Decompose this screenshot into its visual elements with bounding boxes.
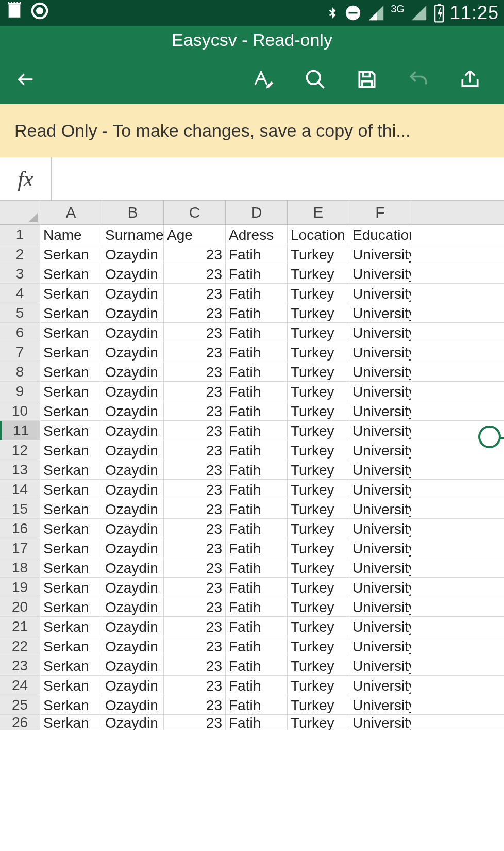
cell[interactable]: 23 [164, 538, 226, 558]
row-header[interactable]: 14 [0, 480, 40, 499]
cell[interactable]: Ozaydin [102, 460, 164, 479]
cell[interactable]: Fatih [226, 401, 288, 420]
edit-style-button[interactable] [253, 68, 275, 91]
cell[interactable]: Fatih [226, 715, 288, 730]
table-row[interactable]: 16SerkanOzaydin23FatihTurkeyUniversity [0, 519, 504, 538]
cell[interactable]: University [349, 636, 411, 656]
cell[interactable]: Serkan [40, 636, 102, 656]
cell[interactable]: Ozaydin [102, 323, 164, 342]
cell[interactable]: University [349, 440, 411, 460]
table-row[interactable]: 15SerkanOzaydin23FatihTurkeyUniversity [0, 499, 504, 519]
table-row[interactable]: 11SerkanOzaydin23FatihTurkeyUniversity [0, 421, 504, 440]
cell[interactable]: 23 [164, 264, 226, 283]
cell[interactable]: 23 [164, 519, 226, 538]
row-header[interactable]: 10 [0, 401, 40, 420]
row-header[interactable]: 21 [0, 617, 40, 636]
cell[interactable]: University [349, 578, 411, 597]
cell[interactable]: Turkey [288, 244, 349, 264]
cell[interactable]: Ozaydin [102, 362, 164, 381]
cell[interactable]: Ozaydin [102, 264, 164, 283]
cell[interactable]: Serkan [40, 656, 102, 675]
cell[interactable]: Turkey [288, 538, 349, 558]
cell[interactable]: Fatih [226, 578, 288, 597]
cell[interactable]: Fatih [226, 499, 288, 518]
table-row[interactable]: 18SerkanOzaydin23FatihTurkeyUniversity [0, 558, 504, 578]
cell[interactable]: Name [40, 225, 102, 244]
cell[interactable]: Fatih [226, 264, 288, 283]
cell[interactable] [411, 303, 504, 322]
cell[interactable]: Ozaydin [102, 421, 164, 440]
cell[interactable]: University [349, 323, 411, 342]
cell[interactable]: University [349, 499, 411, 518]
cell[interactable] [411, 519, 504, 538]
cell[interactable]: Ozaydin [102, 695, 164, 714]
cell[interactable]: Ozaydin [102, 617, 164, 636]
search-button[interactable] [304, 68, 327, 91]
table-row[interactable]: 12SerkanOzaydin23FatihTurkeyUniversity [0, 440, 504, 460]
cell[interactable] [411, 323, 504, 342]
cell[interactable]: University [349, 421, 411, 440]
cell[interactable]: 23 [164, 578, 226, 597]
row-header[interactable]: 23 [0, 656, 40, 675]
row-header[interactable]: 5 [0, 303, 40, 322]
column-header-A[interactable]: A [40, 201, 102, 224]
cell[interactable]: Serkan [40, 362, 102, 381]
cell[interactable]: Turkey [288, 440, 349, 460]
cell[interactable]: Serkan [40, 244, 102, 264]
cell[interactable]: Ozaydin [102, 342, 164, 362]
cell[interactable] [411, 362, 504, 381]
cell[interactable]: Turkey [288, 264, 349, 283]
cell[interactable]: Fatih [226, 342, 288, 362]
cell[interactable] [411, 597, 504, 616]
table-row[interactable]: 1NameSurnameAgeAdressLocationEducation [0, 225, 504, 244]
cell[interactable]: Serkan [40, 342, 102, 362]
cell[interactable]: 23 [164, 323, 226, 342]
column-header-B[interactable]: B [102, 201, 164, 224]
table-row[interactable]: 13SerkanOzaydin23FatihTurkeyUniversity [0, 460, 504, 480]
cell[interactable] [411, 578, 504, 597]
cell[interactable]: Turkey [288, 284, 349, 303]
cell[interactable]: University [349, 362, 411, 381]
cell[interactable]: Turkey [288, 460, 349, 479]
cell[interactable] [411, 401, 504, 420]
cell[interactable] [411, 460, 504, 479]
cell[interactable]: Serkan [40, 401, 102, 420]
share-button[interactable] [459, 68, 481, 91]
cell[interactable]: Turkey [288, 578, 349, 597]
table-row[interactable]: 7SerkanOzaydin23FatihTurkeyUniversity [0, 342, 504, 362]
cell[interactable]: Serkan [40, 460, 102, 479]
cell[interactable]: Fatih [226, 538, 288, 558]
cell[interactable]: 23 [164, 460, 226, 479]
cell[interactable]: Turkey [288, 323, 349, 342]
cell[interactable]: Turkey [288, 636, 349, 656]
row-header[interactable]: 15 [0, 499, 40, 518]
cell[interactable]: 23 [164, 636, 226, 656]
cell[interactable]: Serkan [40, 264, 102, 283]
cell[interactable]: University [349, 264, 411, 283]
cell[interactable]: 23 [164, 558, 226, 577]
cell[interactable]: Serkan [40, 519, 102, 538]
cell[interactable]: 23 [164, 656, 226, 675]
row-header[interactable]: 13 [0, 460, 40, 479]
cell[interactable]: Fatih [226, 676, 288, 695]
cell[interactable]: University [349, 597, 411, 616]
table-row[interactable]: 10SerkanOzaydin23FatihTurkeyUniversity [0, 401, 504, 421]
cell[interactable]: University [349, 715, 411, 730]
table-row[interactable]: 19SerkanOzaydin23FatihTurkeyUniversity [0, 578, 504, 597]
select-all-corner[interactable] [0, 201, 40, 224]
cell[interactable]: 23 [164, 440, 226, 460]
table-row[interactable]: 4SerkanOzaydin23FatihTurkeyUniversity [0, 284, 504, 303]
cell[interactable]: University [349, 676, 411, 695]
cell[interactable]: Turkey [288, 382, 349, 401]
cell[interactable] [411, 695, 504, 714]
cell[interactable]: Turkey [288, 362, 349, 381]
row-header[interactable]: 4 [0, 284, 40, 303]
cell[interactable]: Fatih [226, 480, 288, 499]
cell[interactable]: Location [288, 225, 349, 244]
cell[interactable]: Turkey [288, 558, 349, 577]
cell[interactable]: Ozaydin [102, 284, 164, 303]
cell[interactable]: Fatih [226, 382, 288, 401]
back-button[interactable] [0, 54, 52, 104]
cell[interactable]: 23 [164, 676, 226, 695]
row-header[interactable]: 26 [0, 715, 40, 730]
